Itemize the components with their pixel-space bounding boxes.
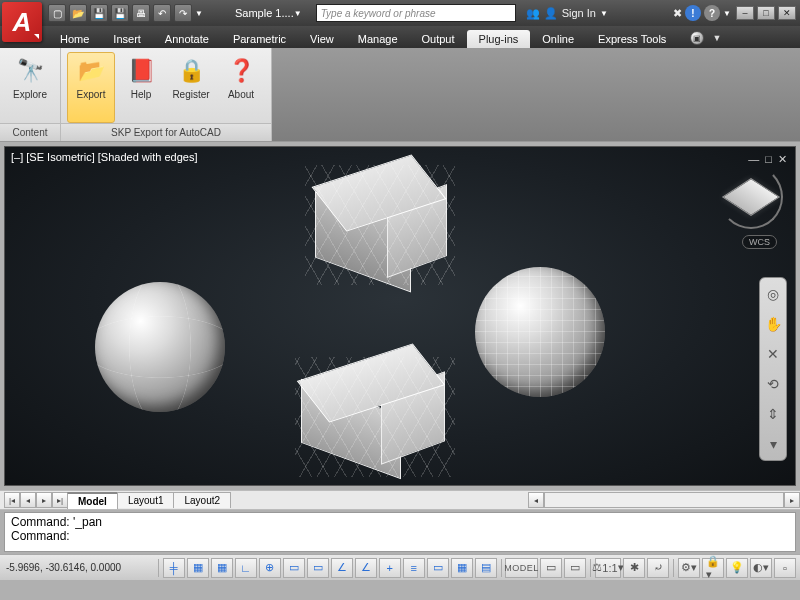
exchange-icon[interactable]: ✖ bbox=[673, 7, 682, 20]
isolate-objects-button[interactable]: ◐▾ bbox=[750, 558, 772, 578]
layout-tab-model[interactable]: Model bbox=[67, 492, 118, 509]
workspace-switching-button[interactable]: ⚙▾ bbox=[678, 558, 700, 578]
coordinates-readout[interactable]: -5.9696, -30.6146, 0.0000 bbox=[4, 562, 154, 573]
3dosnap-button[interactable]: ▭ bbox=[307, 558, 329, 578]
view-cube[interactable] bbox=[719, 165, 783, 229]
dyn-button[interactable]: + bbox=[379, 558, 401, 578]
model-sphere-right-wire bbox=[475, 267, 605, 397]
ribbon-empty bbox=[272, 48, 800, 141]
register-button[interactable]: 🔒 Register bbox=[167, 52, 215, 123]
hscroll-right-button[interactable]: ▸ bbox=[784, 492, 800, 508]
annotation-scale-button[interactable]: ⚖ 1:1▾ bbox=[595, 558, 622, 578]
hscroll-left-button[interactable]: ◂ bbox=[528, 492, 544, 508]
annotation-visibility-button[interactable]: ✱ bbox=[623, 558, 645, 578]
command-window[interactable]: Command: '_pan Command: bbox=[4, 512, 796, 552]
layout-prev-button[interactable]: ◂ bbox=[20, 492, 36, 508]
quickview-drawings-button[interactable]: ▭ bbox=[564, 558, 586, 578]
otrack-button[interactable]: ∠ bbox=[331, 558, 353, 578]
sign-in-button[interactable]: 👥 👤 Sign In ▼ bbox=[526, 7, 610, 20]
ribbon-tab-strip: Home Insert Annotate Parametric View Man… bbox=[0, 26, 800, 48]
autoscale-button[interactable]: ⤾ bbox=[647, 558, 669, 578]
about-button[interactable]: ❓ About bbox=[217, 52, 265, 123]
viewport[interactable]: [–] [SE Isometric] [Shaded with edges] —… bbox=[4, 146, 796, 486]
lock-icon: 🔒 bbox=[175, 55, 207, 87]
model-space-button[interactable]: MODEL bbox=[505, 558, 538, 578]
explore-label: Explore bbox=[13, 89, 47, 100]
minimize-button[interactable]: – bbox=[736, 6, 754, 20]
grid-button[interactable]: ▦ bbox=[211, 558, 233, 578]
layout-next-button[interactable]: ▸ bbox=[36, 492, 52, 508]
status-bar: -5.9696, -30.6146, 0.0000 ╪ ▦ ▦ ∟ ⊕ ▭ ▭ … bbox=[0, 554, 800, 580]
title-bar: A ▢ 📂 💾 💾 🖶 ↶ ↷ ▼ Sample 1.... ▼ Type a … bbox=[0, 0, 800, 26]
tpy-button[interactable]: ▭ bbox=[427, 558, 449, 578]
layout-tab-layout2[interactable]: Layout2 bbox=[173, 492, 231, 508]
osnap-button[interactable]: ▭ bbox=[283, 558, 305, 578]
viewport-label[interactable]: [–] [SE Isometric] [Shaded with edges] bbox=[11, 151, 197, 163]
ribbon-panel-content: 🔭 Explore Content bbox=[0, 48, 61, 141]
restore-button[interactable]: □ bbox=[757, 6, 775, 20]
search-input[interactable]: Type a keyword or phrase bbox=[316, 4, 516, 22]
snap-mode-button[interactable]: ▦ bbox=[187, 558, 209, 578]
qat-new-icon[interactable]: ▢ bbox=[48, 4, 66, 22]
question-icon: ❓ bbox=[225, 55, 257, 87]
qat-saveas-icon[interactable]: 💾 bbox=[111, 4, 129, 22]
qat-save-icon[interactable]: 💾 bbox=[90, 4, 108, 22]
sign-in-label: Sign In bbox=[562, 7, 596, 19]
layout-tab-layout1[interactable]: Layout1 bbox=[117, 492, 175, 508]
sc-button[interactable]: ▤ bbox=[475, 558, 497, 578]
qat-undo-icon[interactable]: ↶ bbox=[153, 4, 171, 22]
tab-insert[interactable]: Insert bbox=[101, 30, 153, 48]
orbit-icon[interactable]: ⟲ bbox=[763, 374, 783, 394]
tab-parametric[interactable]: Parametric bbox=[221, 30, 298, 48]
quickview-layouts-button[interactable]: ▭ bbox=[540, 558, 562, 578]
fullnav-wheel-icon[interactable]: ◎ bbox=[763, 284, 783, 304]
polar-button[interactable]: ⊕ bbox=[259, 558, 281, 578]
signin-dropdown-icon[interactable]: ▼ bbox=[600, 8, 610, 18]
qat-more-icon[interactable]: ▼ bbox=[195, 8, 205, 18]
export-button[interactable]: 📂 Export bbox=[67, 52, 115, 123]
qat-print-icon[interactable]: 🖶 bbox=[132, 4, 150, 22]
tab-annotate[interactable]: Annotate bbox=[153, 30, 221, 48]
help-button[interactable]: 📕 Help bbox=[117, 52, 165, 123]
help-icon[interactable]: ? bbox=[704, 5, 720, 21]
tab-home[interactable]: Home bbox=[48, 30, 101, 48]
tab-express-tools[interactable]: Express Tools bbox=[586, 30, 678, 48]
wcs-badge[interactable]: WCS bbox=[742, 235, 777, 249]
tab-plugins[interactable]: Plug-ins bbox=[467, 30, 531, 48]
layout-first-button[interactable]: |◂ bbox=[4, 492, 20, 508]
ducs-button[interactable]: ∠ bbox=[355, 558, 377, 578]
layout-last-button[interactable]: ▸| bbox=[52, 492, 68, 508]
infer-constraints-button[interactable]: ╪ bbox=[163, 558, 185, 578]
close-button[interactable]: ✕ bbox=[778, 6, 796, 20]
tab-manage[interactable]: Manage bbox=[346, 30, 410, 48]
user-icon: 👤 bbox=[544, 7, 558, 20]
clean-screen-button[interactable]: ▫ bbox=[774, 558, 796, 578]
exclaim-icon[interactable]: ! bbox=[685, 5, 701, 21]
lwt-button[interactable]: ≡ bbox=[403, 558, 425, 578]
hscroll-track[interactable] bbox=[544, 492, 784, 508]
tab-output[interactable]: Output bbox=[410, 30, 467, 48]
ortho-button[interactable]: ∟ bbox=[235, 558, 257, 578]
title-dropdown-icon[interactable]: ▼ bbox=[294, 8, 304, 18]
featured-apps-icon[interactable]: ▣ bbox=[690, 31, 704, 45]
binoculars-icon: 🔭 bbox=[14, 55, 46, 87]
ribbon-minimize-icon[interactable]: ▼ bbox=[712, 33, 721, 43]
help-dropdown-icon[interactable]: ▼ bbox=[723, 8, 733, 18]
toolbar-lock-button[interactable]: 🔒▾ bbox=[702, 558, 724, 578]
command-prompt: Command: bbox=[11, 529, 789, 543]
pan-icon[interactable]: ✋ bbox=[763, 314, 783, 334]
hardware-accel-button[interactable]: 💡 bbox=[726, 558, 748, 578]
navigation-bar: ◎ ✋ ✕ ⟲ ⇕ ▾ bbox=[759, 277, 787, 461]
document-title: Sample 1.... bbox=[235, 7, 294, 19]
qat-redo-icon[interactable]: ↷ bbox=[174, 4, 192, 22]
help-label: Help bbox=[131, 89, 152, 100]
tab-view[interactable]: View bbox=[298, 30, 346, 48]
app-menu-button[interactable]: A bbox=[2, 2, 42, 42]
qat-open-icon[interactable]: 📂 bbox=[69, 4, 87, 22]
nav-more-icon[interactable]: ▾ bbox=[763, 434, 783, 454]
showmotion-icon[interactable]: ⇕ bbox=[763, 404, 783, 424]
qp-button[interactable]: ▦ bbox=[451, 558, 473, 578]
zoom-extents-icon[interactable]: ✕ bbox=[763, 344, 783, 364]
tab-online[interactable]: Online bbox=[530, 30, 586, 48]
explore-button[interactable]: 🔭 Explore bbox=[6, 52, 54, 123]
